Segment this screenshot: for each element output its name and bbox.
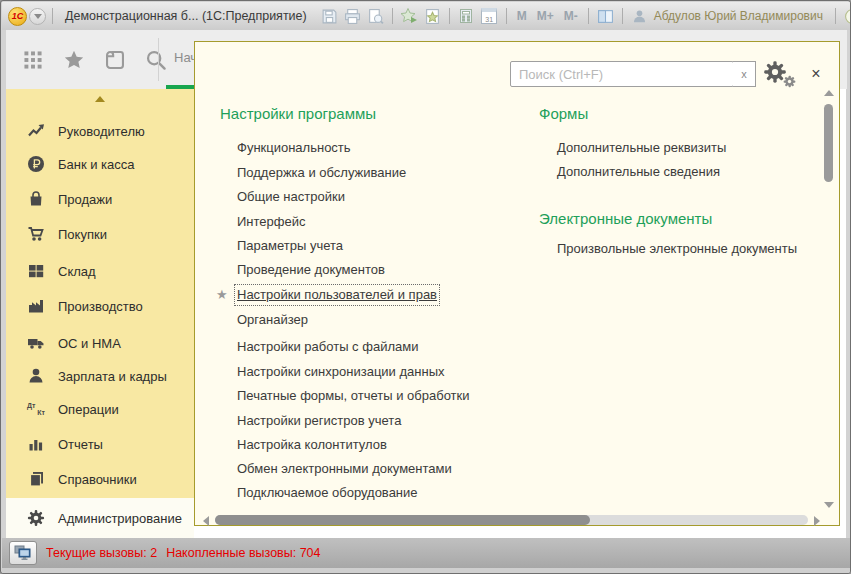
sidebar-item-reports[interactable]: Отчеты [6, 427, 194, 461]
memory-button[interactable]: M [513, 9, 531, 23]
trend-chart-icon [27, 122, 45, 140]
divider [588, 8, 589, 24]
search-clear-button[interactable]: x [733, 61, 756, 87]
add-to-favorites-button[interactable] [422, 6, 443, 27]
debit-credit-icon: ДтКт [27, 400, 45, 418]
menu-link[interactable]: Настройка колонтитулов [237, 435, 387, 455]
sidebar-item-production[interactable]: Производство [6, 289, 194, 323]
sidebar-item-purchases[interactable]: Покупки [6, 217, 194, 251]
main-menu-button[interactable] [29, 8, 46, 25]
sidebar-item-operations[interactable]: ДтКт Операции [6, 392, 194, 426]
performance-indicator-button[interactable] [9, 541, 37, 565]
app-window: 1С Демонстрационная б... (1С:Предприятие… [0, 0, 851, 574]
sidebar-item-directories[interactable]: Справочники [6, 462, 194, 496]
memory-plus-button[interactable]: M+ [533, 9, 558, 23]
menu-link[interactable]: Дополнительные реквизиты [557, 138, 726, 158]
1c-logo-icon: 1С [8, 7, 27, 26]
factory-icon [27, 297, 45, 315]
print-icon [344, 8, 361, 25]
sidebar-item-bank-cash[interactable]: Банк и касса [6, 147, 194, 181]
menu-link[interactable]: Подключаемое оборудование [237, 483, 418, 503]
search-input[interactable] [510, 61, 734, 87]
sidebar-item-label: Руководителю [58, 124, 145, 139]
menu-link[interactable]: Настройки работы с файлами [237, 337, 418, 357]
info-button[interactable] [842, 6, 851, 27]
panel-close-button[interactable]: × [806, 64, 826, 84]
sections-menu-button[interactable] [20, 47, 46, 73]
menu-link[interactable]: Настройки регистров учета [237, 411, 401, 431]
grid-menu-icon [22, 49, 44, 71]
favorites-button[interactable] [61, 47, 87, 73]
sidebar-item-label: Операции [58, 402, 119, 417]
menu-link-users-rights-settings[interactable]: Настройки пользователей и прав [235, 285, 439, 305]
sidebar-item-manager[interactable]: Руководителю [6, 114, 194, 148]
scroll-up-icon[interactable] [824, 90, 834, 96]
sidebar-item-warehouse[interactable]: Склад [6, 254, 194, 288]
scroll-down-icon[interactable] [824, 502, 834, 508]
menu-link[interactable]: Обмен электронными документами [237, 459, 452, 479]
scroll-right-icon[interactable] [814, 516, 820, 526]
menu-link[interactable]: Дополнительные сведения [557, 162, 720, 182]
star-arrow-icon [400, 7, 418, 25]
vertical-scrollbar-thumb[interactable] [824, 104, 833, 182]
menu-link[interactable]: Печатные формы, отчеты и обработки [237, 386, 470, 406]
calendar-icon: 31 [481, 8, 497, 24]
sidebar-item-sales[interactable]: Продажи [6, 182, 194, 216]
divider [52, 8, 53, 24]
sidebar-scroll-up-icon[interactable] [95, 96, 105, 102]
menu-link[interactable]: Функциональность [237, 138, 351, 158]
chevron-down-icon [34, 14, 42, 19]
star-icon [63, 49, 85, 71]
save-icon [321, 8, 338, 25]
horizontal-scrollbar-thumb[interactable] [215, 515, 590, 525]
sidebar-item-label: Склад [58, 264, 96, 279]
sidebar-item-fixed-assets[interactable]: ОС и НМА [6, 326, 194, 360]
books-icon [27, 470, 45, 488]
sidebar-item-administration[interactable]: Администрирование [6, 498, 194, 538]
calculator-button[interactable] [456, 6, 477, 27]
sidebar-item-label: Справочники [58, 472, 137, 487]
calendar-button[interactable]: 31 [479, 6, 500, 27]
divider [158, 38, 159, 81]
calculator-icon [458, 8, 474, 24]
print-button[interactable] [342, 6, 363, 27]
window-frame [846, 89, 851, 538]
boxes-icon [27, 262, 45, 280]
accumulated-calls-text: Накопленные вызовы: 704 [166, 546, 320, 560]
menu-link[interactable]: Произвольные электронные документы [557, 239, 797, 259]
go-to-favorites-button[interactable] [399, 6, 420, 27]
print-preview-icon [367, 8, 384, 25]
ruble-circle-icon [27, 155, 45, 173]
menu-link[interactable]: Параметры учета [237, 236, 343, 256]
truck-icon [27, 334, 45, 352]
shopping-cart-icon [27, 225, 45, 243]
save-button[interactable] [319, 6, 340, 27]
favorite-star-icon[interactable]: ★ [216, 285, 228, 305]
sidebar-item-label: Зарплата и кадры [58, 369, 167, 384]
menu-link[interactable]: Настройки синхронизации данных [237, 362, 445, 382]
panel-settings-button[interactable] [763, 60, 797, 90]
section-title-forms: Формы [539, 105, 588, 122]
scroll-left-icon[interactable] [203, 516, 209, 526]
sections-sidebar: Руководителю Банк и касса Продажи Покупк… [6, 89, 194, 538]
star-page-icon [424, 8, 441, 25]
history-button[interactable] [102, 47, 128, 73]
menu-link[interactable]: Общие настройки [237, 187, 345, 207]
sidebar-item-label: Покупки [58, 227, 107, 242]
current-user[interactable]: Абдулов Юрий Владимирович [654, 9, 823, 23]
split-window-button[interactable] [595, 6, 616, 27]
sidebar-item-label: Администрирование [58, 511, 182, 526]
sidebar-item-label: Производство [58, 299, 143, 314]
section-title-electronic-documents: Электронные документы [539, 210, 712, 227]
menu-link[interactable]: Интерфейс [237, 212, 305, 232]
menu-link[interactable]: Органайзер [237, 310, 308, 330]
memory-minus-button[interactable]: M- [560, 9, 582, 23]
divider [506, 8, 507, 24]
info-icon [844, 8, 851, 25]
window-title: Демонстрационная б... (1С:Предприятие) [65, 9, 307, 23]
sidebar-item-label: Продажи [58, 192, 112, 207]
menu-link[interactable]: Проведение документов [237, 260, 385, 280]
sidebar-item-payroll-hr[interactable]: Зарплата и кадры [6, 359, 194, 393]
menu-link[interactable]: Поддержка и обслуживание [237, 163, 406, 183]
print-preview-button[interactable] [365, 6, 386, 27]
